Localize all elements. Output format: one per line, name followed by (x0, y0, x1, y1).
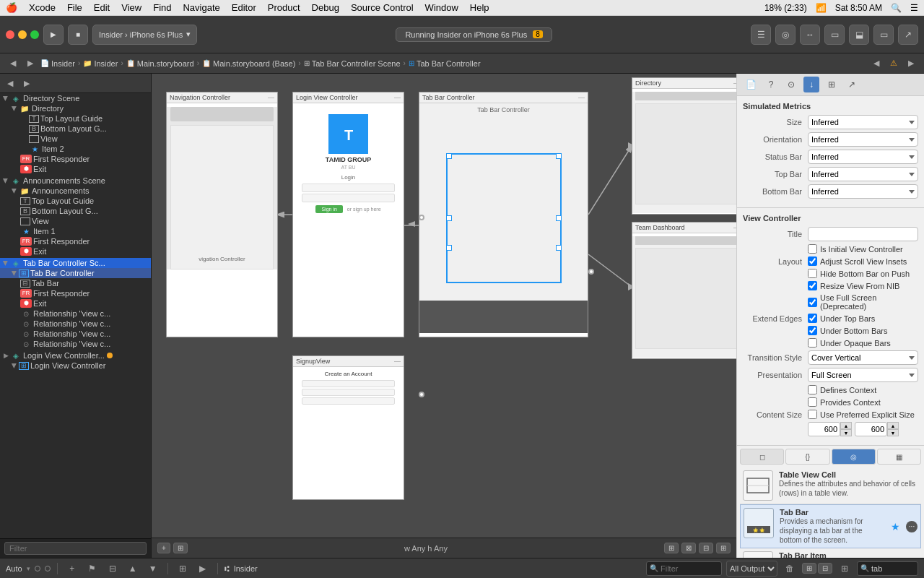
up-btn[interactable]: ▲ (125, 561, 141, 577)
menu-xcode[interactable]: Xcode (29, 2, 56, 13)
console-grid-btn[interactable]: ⊞ (837, 561, 853, 577)
file-inspector-btn[interactable]: 📄 (743, 77, 759, 92)
adjust-scroll-checkbox[interactable] (808, 256, 817, 266)
resize-view-checkbox[interactable] (808, 281, 817, 290)
sidebar-item-announcements-scene[interactable]: ▶ ◈ Announcements Scene (0, 176, 151, 186)
breadcrumb-insider-1[interactable]: 📄 Insider (40, 59, 75, 68)
selection-handle-br[interactable] (556, 245, 562, 251)
tab-bar-more-btn[interactable]: ··· (906, 521, 918, 532)
height-increment-btn[interactable]: ▲ (887, 422, 899, 429)
console-trash-btn[interactable]: 🗑 (782, 561, 798, 577)
connection-handle-bottom[interactable] (419, 392, 424, 397)
library-tab-code[interactable]: {} (785, 449, 829, 465)
connections-inspector-btn[interactable]: ↗ (844, 77, 860, 92)
library-item-table-view-cell[interactable]: Table View Cell Defines the attributes a… (740, 467, 921, 504)
height-decrement-btn[interactable]: ▼ (887, 429, 899, 436)
apple-menu[interactable]: 🍎 (6, 2, 17, 13)
assistant-editor-btn[interactable]: ◎ (775, 25, 796, 45)
library-item-tab-bar-item[interactable]: Tab Bar Item Represents an item on a UIT… (740, 548, 921, 558)
breadcrumb-main-storyboard[interactable]: 📋 Main.storyboard (126, 59, 194, 68)
width-input[interactable] (808, 422, 840, 436)
issues-btn[interactable]: ⚑ (84, 561, 100, 577)
defines-context-checkbox[interactable] (808, 385, 817, 394)
console-output-select[interactable]: All Output (726, 561, 777, 577)
menu-file[interactable]: File (67, 2, 82, 13)
menu-source-control[interactable]: Source Control (351, 2, 414, 13)
frame-close[interactable]: — (268, 94, 274, 101)
selection-handle-tr[interactable] (556, 153, 562, 159)
sidebar-item-exit-2[interactable]: ⬢ Exit (0, 246, 151, 256)
presentation-select[interactable]: Full Screen (808, 368, 918, 382)
canvas-content[interactable]: Navigation Controller — vigation Control… (152, 74, 736, 538)
down-btn[interactable]: ▼ (145, 561, 161, 577)
utilities-toggle[interactable]: ↗ (898, 25, 918, 45)
is-initial-checkbox[interactable] (808, 244, 817, 254)
library-tab-media[interactable]: ◎ (832, 449, 876, 465)
size-select[interactable]: Inferred (808, 115, 918, 129)
console-filter-input[interactable] (661, 564, 718, 573)
sidebar-item-directory-scene[interactable]: ▶ ◈ Directory Scene (0, 93, 151, 103)
signup-close[interactable]: — (394, 358, 401, 365)
vc-title-input[interactable] (808, 227, 918, 241)
menu-navigate[interactable]: Navigate (183, 2, 219, 13)
debug-area-toggle[interactable]: ⬓ (849, 25, 869, 45)
use-preferred-checkbox[interactable] (808, 410, 817, 419)
warning-indicator[interactable]: ⚠ (886, 56, 901, 71)
provides-context-checkbox[interactable] (808, 397, 817, 407)
connection-handle-right-top[interactable] (588, 269, 594, 275)
size-inspector-btn[interactable]: ⊞ (824, 77, 840, 92)
filter-btn[interactable]: ⊟ (105, 561, 121, 577)
sidebar-item-relationship-3[interactable]: ⊙ Relationship "view c... (0, 329, 151, 339)
sidebar-item-tab-bar[interactable]: ⊟ Tab Bar (0, 278, 151, 288)
menu-editor[interactable]: Editor (232, 2, 256, 13)
version-editor-btn[interactable]: ↔ (800, 25, 820, 45)
sidebar-item-view-1[interactable]: View (0, 134, 151, 144)
library-item-tab-bar[interactable]: ⭐ ⭐ Tab Bar Provides a mechanism for dis… (740, 504, 921, 548)
frame-close[interactable]: — (394, 94, 401, 101)
breadcrumb-tab-bar-controller[interactable]: ⊞ Tab Bar Controller (409, 59, 481, 68)
breadcrumb-insider-2[interactable]: 📁 Insider (83, 59, 118, 68)
attributes-inspector-btn[interactable]: ↓ (803, 77, 819, 92)
frame-btn[interactable]: ⊞ (175, 561, 191, 577)
menu-find[interactable]: Find (153, 2, 171, 13)
add-object-btn[interactable]: + (157, 543, 170, 553)
sidebar-item-login-scene[interactable]: ▶ ◈ Login View Controller... (0, 350, 151, 361)
sidebar-item-first-responder-1[interactable]: FR First Responder (0, 154, 151, 164)
width-increment-btn[interactable]: ▲ (840, 422, 852, 429)
sidebar-item-first-responder-3[interactable]: FR First Responder (0, 288, 151, 298)
sidebar-item-item-2[interactable]: ★ Item 2 (0, 144, 151, 154)
selection-handle-tl[interactable] (446, 153, 452, 159)
zoom-in-btn[interactable]: ⊞ (716, 543, 731, 553)
sidebar-item-bottom-layout-guide-1[interactable]: B Bottom Layout G... (0, 124, 151, 134)
sidebar-item-first-responder-2[interactable]: FR First Responder (0, 236, 151, 246)
under-top-bars-checkbox[interactable] (808, 314, 817, 323)
sidebar-item-relationship-4[interactable]: ⊙ Relationship "view c... (0, 339, 151, 349)
console-right-btn[interactable]: ⊟ (818, 563, 832, 574)
team-frame-close[interactable]: — (733, 224, 736, 231)
selection-handle-ml[interactable] (446, 215, 452, 221)
selection-handle-bl[interactable] (446, 245, 452, 251)
dir-frame-close[interactable]: — (733, 79, 736, 87)
menu-view[interactable]: View (121, 2, 141, 13)
orientation-select[interactable]: Inferred (808, 132, 918, 147)
breadcrumb-main-storyboard-base[interactable]: 📋 Main.storyboard (Base) (202, 59, 295, 68)
menu-icon[interactable]: ☰ (910, 3, 918, 13)
menu-help[interactable]: Help (470, 2, 489, 13)
selection-handle-mr[interactable] (556, 215, 562, 221)
sidebar-item-login-controller[interactable]: ▶ ⊞ Login View Controller (0, 361, 151, 371)
search-icon[interactable]: 🔍 (891, 3, 902, 13)
forward-button[interactable]: ▶ (23, 56, 38, 71)
sidebar-item-relationship-1[interactable]: ⊙ Relationship "view c... (0, 309, 151, 319)
nav-back-btn[interactable]: ◀ (3, 76, 17, 90)
height-input[interactable] (855, 422, 887, 436)
stop-button[interactable]: ■ (68, 25, 88, 45)
zoom-fit-btn[interactable]: ⊞ (664, 543, 679, 553)
minimize-button[interactable] (18, 30, 27, 39)
sidebar-item-tab-bar-controller[interactable]: ▶ ⊞ Tab Bar Controller (0, 268, 151, 278)
status-bar-select[interactable]: Inferred (808, 150, 918, 164)
sidebar-item-top-layout-guide-2[interactable]: T Top Layout Guide (0, 196, 151, 206)
under-bottom-bars-checkbox[interactable] (808, 326, 817, 335)
standard-editor-btn[interactable]: ▭ (824, 25, 845, 45)
inspector-toggle[interactable]: ▭ (873, 25, 894, 45)
zoom-fill-btn[interactable]: ⊠ (681, 543, 696, 553)
